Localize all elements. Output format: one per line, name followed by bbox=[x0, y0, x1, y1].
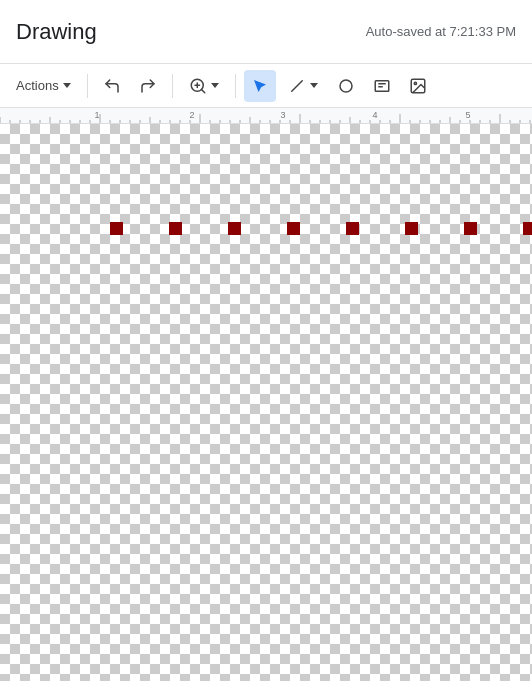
redo-button[interactable] bbox=[132, 70, 164, 102]
svg-point-10 bbox=[414, 82, 416, 84]
canvas-background bbox=[0, 124, 532, 681]
separator-2 bbox=[172, 74, 173, 98]
line-chevron-icon bbox=[310, 83, 318, 88]
dot-6 bbox=[405, 222, 418, 235]
zoom-chevron-icon bbox=[211, 83, 219, 88]
dot-3 bbox=[228, 222, 241, 235]
dot-8 bbox=[523, 222, 532, 235]
separator-1 bbox=[87, 74, 88, 98]
actions-button[interactable]: Actions bbox=[8, 70, 79, 102]
shape-button[interactable] bbox=[330, 70, 362, 102]
app-title: Drawing bbox=[16, 19, 97, 45]
top-bar: Drawing Auto-saved at 7:21:33 PM bbox=[0, 0, 532, 64]
actions-label: Actions bbox=[16, 78, 59, 93]
dot-7 bbox=[464, 222, 477, 235]
dot-2 bbox=[169, 222, 182, 235]
svg-line-4 bbox=[291, 80, 302, 91]
svg-line-1 bbox=[201, 89, 204, 92]
dot-1 bbox=[110, 222, 123, 235]
ruler-canvas bbox=[0, 108, 532, 124]
undo-button[interactable] bbox=[96, 70, 128, 102]
cursor-icon bbox=[251, 77, 269, 95]
line-icon bbox=[288, 77, 306, 95]
actions-chevron-icon bbox=[63, 83, 71, 88]
select-button[interactable] bbox=[244, 70, 276, 102]
canvas-area[interactable] bbox=[0, 124, 532, 681]
separator-3 bbox=[235, 74, 236, 98]
undo-icon bbox=[103, 77, 121, 95]
line-tool-button[interactable] bbox=[280, 70, 326, 102]
textbox-icon bbox=[373, 77, 391, 95]
image-icon bbox=[409, 77, 427, 95]
zoom-button[interactable] bbox=[181, 70, 227, 102]
toolbar: Actions bbox=[0, 64, 532, 108]
shape-icon bbox=[337, 77, 355, 95]
autosave-label: Auto-saved at 7:21:33 PM bbox=[366, 24, 516, 39]
dot-5 bbox=[346, 222, 359, 235]
ruler bbox=[0, 108, 532, 124]
textbox-button[interactable] bbox=[366, 70, 398, 102]
image-button[interactable] bbox=[402, 70, 434, 102]
zoom-icon bbox=[189, 77, 207, 95]
dot-4 bbox=[287, 222, 300, 235]
dots-row bbox=[0, 222, 532, 235]
redo-icon bbox=[139, 77, 157, 95]
svg-point-5 bbox=[340, 80, 352, 92]
